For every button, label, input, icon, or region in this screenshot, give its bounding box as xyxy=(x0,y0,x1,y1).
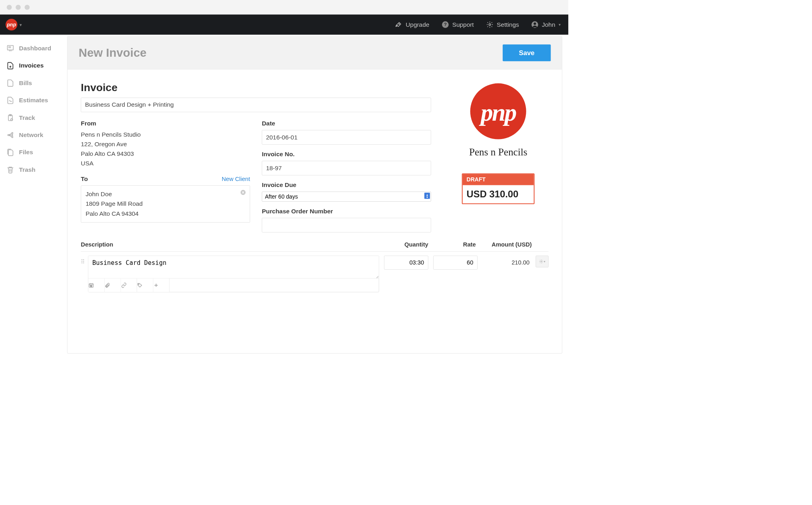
clipboard-icon xyxy=(6,113,14,122)
svg-point-0 xyxy=(399,24,400,24)
svg-point-3 xyxy=(489,24,491,26)
company-logo: pnp xyxy=(470,84,526,139)
amount-cell: 210.00 xyxy=(478,256,532,266)
tag-button[interactable] xyxy=(137,278,153,292)
files-icon xyxy=(6,148,14,157)
invoice-title-input[interactable] xyxy=(81,97,431,112)
sidebar: Dashboard Invoices Bills Estimates Track xyxy=(0,35,67,354)
sidebar-item-label: Track xyxy=(19,114,35,121)
date-input[interactable] xyxy=(262,130,431,145)
network-icon xyxy=(6,131,14,139)
drag-handle-icon[interactable]: ⠿ xyxy=(81,256,88,265)
settings-label: Settings xyxy=(497,21,519,28)
from-street: 122, Oregon Ave xyxy=(81,139,250,149)
sidebar-item-label: Files xyxy=(19,149,33,156)
line-item-toolbar: 31 xyxy=(88,278,379,292)
topbar: pnp ▾ Upgrade ? Support Settings John ▾ xyxy=(0,14,568,34)
page-title: New Invoice xyxy=(79,46,147,60)
chevron-down-icon: ▾ xyxy=(20,22,22,27)
brand-logo-icon: pnp xyxy=(6,19,17,30)
status-badge: DRAFT xyxy=(463,174,534,185)
line-items-header: Description Quantity Rate Amount (USD) xyxy=(81,241,548,252)
svg-point-31 xyxy=(541,261,542,262)
clear-client-icon[interactable] xyxy=(240,190,246,195)
col-amount: Amount (USD) xyxy=(476,241,532,248)
add-button[interactable] xyxy=(153,278,170,292)
svg-point-15 xyxy=(11,119,13,121)
sidebar-item-label: Invoices xyxy=(19,62,44,69)
support-link[interactable]: ? Support xyxy=(442,21,474,28)
invoice-total: USD 310.00 xyxy=(463,185,534,203)
sidebar-item-bills[interactable]: Bills xyxy=(0,74,67,91)
client-street: 1809 Page Mill Road xyxy=(86,199,245,209)
window-close-dot[interactable] xyxy=(7,5,12,10)
sidebar-item-label: Dashboard xyxy=(19,45,51,52)
invoice-no-label: Invoice No. xyxy=(262,151,431,158)
select-stepper-icon: ▴▾ xyxy=(424,193,430,199)
client-name: John Doe xyxy=(86,190,245,199)
support-label: Support xyxy=(452,21,474,28)
dashboard-icon xyxy=(6,44,14,53)
panel-header: New Invoice Save xyxy=(68,37,562,70)
estimates-icon xyxy=(6,96,14,105)
due-label: Invoice Due xyxy=(262,181,431,189)
window-chrome xyxy=(0,0,568,14)
sidebar-item-network[interactable]: Network xyxy=(0,126,67,143)
rate-input[interactable] xyxy=(433,256,478,270)
gear-icon xyxy=(486,21,493,28)
svg-point-5 xyxy=(534,22,536,25)
client-box[interactable]: John Doe 1809 Page Mill Road Palo Alto C… xyxy=(81,185,250,223)
col-quantity: Quantity xyxy=(381,241,428,248)
po-input[interactable] xyxy=(262,218,431,232)
calendar-button[interactable]: 31 xyxy=(88,278,105,292)
po-label: Purchase Order Number xyxy=(262,208,431,215)
logo-text: pnp xyxy=(481,98,515,127)
from-city: Palo Alto CA 94303 xyxy=(81,149,250,159)
invoice-due-select[interactable]: After 60 days xyxy=(262,192,431,202)
user-circle-icon xyxy=(531,21,538,28)
invoice-panel: New Invoice Save Invoice From Pens n Pen… xyxy=(67,36,562,354)
chevron-down-icon: ▾ xyxy=(559,22,561,27)
trash-icon xyxy=(6,165,14,174)
svg-point-16 xyxy=(8,134,9,135)
svg-point-28 xyxy=(138,284,139,285)
sidebar-item-dashboard[interactable]: Dashboard xyxy=(0,40,67,57)
link-button[interactable] xyxy=(121,278,137,292)
sidebar-item-files[interactable]: Files xyxy=(0,144,67,161)
invoice-no-input[interactable] xyxy=(262,161,431,175)
from-name: Pens n Pencils Studio xyxy=(81,130,250,140)
user-menu[interactable]: John ▾ xyxy=(531,21,560,28)
line-item-row: ⠿ Business Card Design 31 xyxy=(81,252,548,292)
sidebar-item-track[interactable]: Track xyxy=(0,109,67,126)
col-description: Description xyxy=(81,241,380,248)
section-heading: Invoice xyxy=(81,82,431,93)
company-name: Pens n Pencils xyxy=(469,146,527,157)
from-label: From xyxy=(81,120,250,127)
quantity-input[interactable] xyxy=(384,256,428,270)
window-zoom-dot[interactable] xyxy=(25,5,30,10)
date-label: Date xyxy=(262,120,431,127)
save-button[interactable]: Save xyxy=(503,44,551,61)
window-minimize-dot[interactable] xyxy=(16,5,21,10)
line-item-description-input[interactable]: Business Card Design xyxy=(88,256,379,278)
svg-point-19 xyxy=(12,135,13,135)
svg-text:?: ? xyxy=(444,22,447,27)
sidebar-item-label: Trash xyxy=(19,166,36,173)
upgrade-link[interactable]: Upgrade xyxy=(395,21,430,28)
client-city: Palo Alto CA 94304 xyxy=(86,209,245,219)
sidebar-item-invoices[interactable]: Invoices xyxy=(0,57,67,74)
bills-icon xyxy=(6,79,14,87)
new-client-link[interactable]: New Client xyxy=(222,176,250,183)
sidebar-item-trash[interactable]: Trash xyxy=(0,161,67,178)
row-actions-button[interactable]: ▾ xyxy=(536,256,549,267)
question-circle-icon: ? xyxy=(442,21,449,28)
from-country: USA xyxy=(81,159,250,168)
settings-link[interactable]: Settings xyxy=(486,21,519,28)
sidebar-item-estimates[interactable]: Estimates xyxy=(0,92,67,109)
svg-text:31: 31 xyxy=(90,285,93,287)
brand-switcher[interactable]: pnp ▾ xyxy=(6,19,22,30)
sidebar-item-label: Bills xyxy=(19,80,32,87)
svg-point-18 xyxy=(12,136,13,137)
attachment-button[interactable] xyxy=(105,278,121,292)
rocket-icon xyxy=(395,21,402,28)
